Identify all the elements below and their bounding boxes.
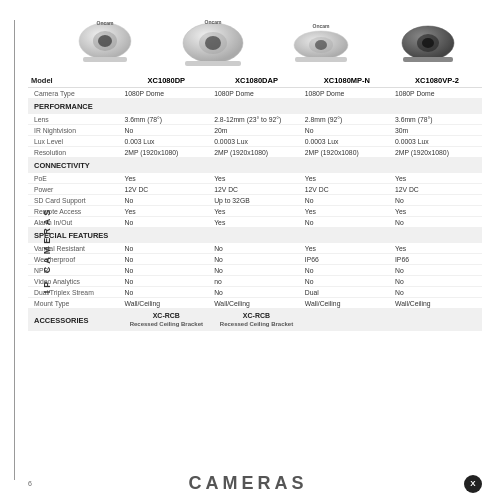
row-label: PoE xyxy=(28,173,121,184)
accessories-header: ACCESSORIESXC-RCBRecessed Ceiling Bracke… xyxy=(28,309,482,332)
row-value-3: Yes xyxy=(302,173,392,184)
row-value-1: 3.6mm (78°) xyxy=(121,114,211,125)
row-value-2: Yes xyxy=(211,217,302,228)
row-value-2: 12V DC xyxy=(211,184,302,195)
table-row: Lens3.6mm (78°)2.8-12mm (23° to 92°)2.8m… xyxy=(28,114,482,125)
row-value-2: Wall/Ceiling xyxy=(211,298,302,309)
row-value-1: 2MP (1920x1080) xyxy=(121,147,211,158)
row-value-1: No xyxy=(121,287,211,298)
row-label: Mount Type xyxy=(28,298,121,309)
row-value-3: Yes xyxy=(302,243,392,254)
row-value-1: No xyxy=(121,125,211,136)
accessories-col-2: XC-RCBRecessed Ceiling Bracket xyxy=(211,309,302,332)
table-row: Power12V DC12V DC12V DC12V DC xyxy=(28,184,482,195)
row-value-4: No xyxy=(392,217,482,228)
row-label: Lux Level xyxy=(28,136,121,147)
accessories-label: ACCESSORIES xyxy=(28,309,121,332)
row-label: Resolution xyxy=(28,147,121,158)
accessories-col-3 xyxy=(302,309,392,332)
row-value-2: No xyxy=(211,265,302,276)
row-value-2: no xyxy=(211,276,302,287)
table-row: Resolution2MP (1920x1080)2MP (1920x1080)… xyxy=(28,147,482,158)
table-row: Remote AccessYesYesYesYes xyxy=(28,206,482,217)
row-value-2: 20m xyxy=(211,125,302,136)
svg-rect-3 xyxy=(83,57,127,62)
camera-image-2: Oncam xyxy=(159,8,267,68)
row-value-1: 12V DC xyxy=(121,184,211,195)
row-value-1: No xyxy=(121,276,211,287)
svg-text:Oncam: Oncam xyxy=(97,20,115,26)
footer-title: CAMERAS xyxy=(32,473,464,494)
table-row: NPRNoNoNoNo xyxy=(28,265,482,276)
footer: 6 CAMERAS X xyxy=(0,473,500,494)
camera-image-4 xyxy=(374,8,482,68)
row-value-3: 12V DC xyxy=(302,184,392,195)
row-value-4: IP66 xyxy=(392,254,482,265)
section-header-special-features: SPECIAL FEATURES xyxy=(28,228,482,244)
row-value-3: 2MP (1920x1080) xyxy=(302,147,392,158)
accessories-col-4 xyxy=(392,309,482,332)
type-3: 1080P Dome xyxy=(302,88,392,99)
table-row: PoEYesYesYesYes xyxy=(28,173,482,184)
camera-image-1: Oncam xyxy=(52,8,160,68)
row-value-1: 0.003 Lux xyxy=(121,136,211,147)
svg-rect-8 xyxy=(185,61,241,66)
type-2: 1080P Dome xyxy=(211,88,302,99)
svg-point-2 xyxy=(98,35,112,47)
camera-type-label: Camera Type xyxy=(28,88,121,99)
section-header-connectivity: CONNECTIVITY xyxy=(28,158,482,174)
model-4: XC1080VP-2 xyxy=(392,74,482,88)
row-value-2: No xyxy=(211,254,302,265)
cameras-row: Oncam Oncam xyxy=(28,8,482,72)
row-value-1: No xyxy=(121,243,211,254)
table-header-row: Model XC1080DP XC1080DAP XC1080MP-N XC10… xyxy=(28,74,482,88)
type-1: 1080P Dome xyxy=(121,88,211,99)
row-label: SD Card Support xyxy=(28,195,121,206)
model-2: XC1080DAP xyxy=(211,74,302,88)
brand-logo: X xyxy=(464,475,482,493)
row-value-3: No xyxy=(302,217,392,228)
svg-text:Oncam: Oncam xyxy=(205,19,223,25)
table-row: Mount TypeWall/CeilingWall/CeilingWall/C… xyxy=(28,298,482,309)
row-value-3: No xyxy=(302,265,392,276)
page: IP CAMERAS Oncam xyxy=(0,0,500,500)
camera-image-3: Oncam xyxy=(267,8,375,68)
row-value-3: Wall/Ceiling xyxy=(302,298,392,309)
row-value-2: Yes xyxy=(211,206,302,217)
row-value-4: Yes xyxy=(392,206,482,217)
row-value-1: No xyxy=(121,217,211,228)
row-value-3: 2.8mm (92°) xyxy=(302,114,392,125)
row-value-1: Wall/Ceiling xyxy=(121,298,211,309)
table-row: Video AnalyticsNonoNoNo xyxy=(28,276,482,287)
row-value-4: 12V DC xyxy=(392,184,482,195)
row-value-4: 0.0003 Lux xyxy=(392,136,482,147)
row-value-3: 0.0003 Lux xyxy=(302,136,392,147)
row-value-4: 30m xyxy=(392,125,482,136)
row-value-4: 2MP (1920x1080) xyxy=(392,147,482,158)
row-value-3: No xyxy=(302,195,392,206)
sidebar-line xyxy=(14,20,15,480)
table-row: Dual/Triplex StreamNoNoDualNo xyxy=(28,287,482,298)
table-row: IR NightvisionNo20mNo30m xyxy=(28,125,482,136)
row-value-3: Yes xyxy=(302,206,392,217)
model-3: XC1080MP-N xyxy=(302,74,392,88)
row-value-2: 2.8-12mm (23° to 92°) xyxy=(211,114,302,125)
row-value-2: No xyxy=(211,287,302,298)
row-value-2: 2MP (1920x1080) xyxy=(211,147,302,158)
row-label: Power xyxy=(28,184,121,195)
svg-rect-13 xyxy=(295,57,347,62)
row-value-4: Wall/Ceiling xyxy=(392,298,482,309)
section-header-performance: PERFORMANCE xyxy=(28,99,482,115)
row-value-1: No xyxy=(121,195,211,206)
svg-point-17 xyxy=(422,38,434,48)
svg-rect-18 xyxy=(403,57,453,62)
type-4: 1080P Dome xyxy=(392,88,482,99)
row-label: IR Nightvision xyxy=(28,125,121,136)
row-value-4: Yes xyxy=(392,173,482,184)
row-value-2: No xyxy=(211,243,302,254)
sidebar-label: IP CAMERAS xyxy=(42,207,52,293)
row-value-4: No xyxy=(392,276,482,287)
svg-point-12 xyxy=(315,40,327,50)
row-value-2: Yes xyxy=(211,173,302,184)
main-table: Model XC1080DP XC1080DAP XC1080MP-N XC10… xyxy=(28,74,482,331)
